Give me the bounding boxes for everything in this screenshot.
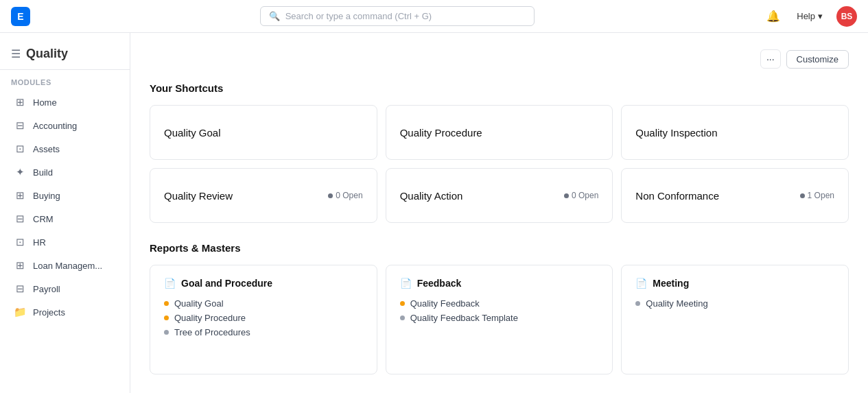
report-card-header: 📄 Goal and Procedure xyxy=(164,278,363,289)
projects-icon: 📁 xyxy=(14,306,26,318)
sidebar-item-label: Accounting xyxy=(33,121,77,131)
sidebar-item-accounting[interactable]: ⊟ Accounting xyxy=(3,114,127,137)
sidebar-item-label: Projects xyxy=(33,307,65,318)
shortcut-card-title: Quality Inspection xyxy=(635,127,717,139)
menu-icon[interactable]: ☰ xyxy=(11,47,21,60)
sidebar-item-projects[interactable]: 📁 Projects xyxy=(3,300,127,324)
report-card-header: 📄 Feedback xyxy=(400,278,599,289)
reports-title: Reports & Masters xyxy=(150,242,849,254)
shortcut-card-title: Quality Procedure xyxy=(400,127,482,139)
list-item-label: Quality Meeting xyxy=(646,298,707,309)
sidebar-item-crm[interactable]: ⊟ CRM xyxy=(3,207,127,230)
shortcut-card-title: Quality Action xyxy=(400,190,463,202)
customize-button[interactable]: Customize xyxy=(786,50,849,69)
shortcut-card-quality-inspection[interactable]: Quality Inspection xyxy=(621,105,849,160)
search-bar[interactable]: 🔍 Search or type a command (Ctrl + G) xyxy=(260,6,535,26)
sidebar-item-assets[interactable]: ⊡ Assets xyxy=(3,137,127,160)
report-doc-icon: 📄 xyxy=(400,278,412,289)
notification-icon[interactable]: 🔔 xyxy=(764,7,783,26)
sidebar-item-label: Assets xyxy=(33,144,60,154)
list-item[interactable]: Quality Feedback Template xyxy=(400,313,599,323)
accounting-icon: ⊟ xyxy=(14,119,26,132)
crm-icon: ⊟ xyxy=(14,213,26,225)
open-badge: 0 Open xyxy=(328,191,362,200)
sidebar-item-label: Buying xyxy=(33,191,60,201)
open-dot xyxy=(564,193,569,198)
help-button[interactable]: Help ▾ xyxy=(791,8,828,24)
hr-icon: ⊡ xyxy=(14,236,26,248)
open-count: 0 Open xyxy=(572,191,598,200)
list-item[interactable]: Quality Feedback xyxy=(400,298,599,309)
shortcut-card-title: Non Conformance xyxy=(635,190,719,202)
shortcut-card-quality-goal[interactable]: Quality Goal xyxy=(150,105,377,160)
sidebar-item-buying[interactable]: ⊞ Buying xyxy=(3,184,127,207)
sidebar-item-label: CRM xyxy=(33,214,54,224)
bullet-icon xyxy=(164,315,169,320)
home-icon: ⊞ xyxy=(14,96,26,108)
topbar-right-actions: ··· Customize xyxy=(760,49,849,69)
more-button[interactable]: ··· xyxy=(760,49,781,69)
search-icon: 🔍 xyxy=(269,11,280,21)
report-card-meeting: 📄 Meeting Quality Meeting xyxy=(621,265,849,374)
open-count: 1 Open xyxy=(808,191,834,200)
sidebar-item-payroll[interactable]: ⊟ Payroll xyxy=(3,277,127,300)
page-header: ··· Customize xyxy=(150,49,849,69)
sidebar-item-loan[interactable]: ⊞ Loan Managem... xyxy=(3,254,127,277)
report-doc-icon: 📄 xyxy=(635,278,647,289)
sidebar-header: ☰ Quality xyxy=(0,44,130,70)
shortcut-card-quality-review[interactable]: Quality Review 0 Open xyxy=(150,168,377,223)
build-icon: ✦ xyxy=(14,166,26,178)
sidebar-item-label: HR xyxy=(33,237,46,248)
open-badge: 1 Open xyxy=(800,191,834,200)
sidebar-item-label: Build xyxy=(33,167,53,178)
shortcuts-title: Your Shortcuts xyxy=(150,82,849,94)
report-list: Quality Goal Quality Procedure Tree of P… xyxy=(164,298,363,337)
shortcuts-grid: Quality Goal Quality Procedure Quality I… xyxy=(150,105,849,223)
report-card-section-title: Feedback xyxy=(417,278,462,289)
list-item-label: Quality Feedback xyxy=(410,298,480,309)
report-list: Quality Feedback Quality Feedback Templa… xyxy=(400,298,599,323)
shortcuts-section: Your Shortcuts Quality Goal Quality Proc… xyxy=(150,82,849,223)
modules-label: MODULES xyxy=(0,75,130,91)
reports-section: Reports & Masters 📄 Goal and Procedure Q… xyxy=(150,242,849,374)
report-doc-icon: 📄 xyxy=(164,278,176,289)
reports-grid: 📄 Goal and Procedure Quality Goal Qualit… xyxy=(150,265,849,374)
open-badge: 0 Open xyxy=(564,191,598,200)
bullet-icon xyxy=(400,315,405,320)
sidebar: ☰ Quality MODULES ⊞ Home ⊟ Accounting ⊡ … xyxy=(0,33,130,393)
nav-left: E xyxy=(11,7,30,26)
bullet-icon xyxy=(635,301,640,306)
list-item[interactable]: Quality Procedure xyxy=(164,313,363,323)
sidebar-title: Quality xyxy=(26,47,68,61)
shortcut-card-non-conformance[interactable]: Non Conformance 1 Open xyxy=(621,168,849,223)
assets-icon: ⊡ xyxy=(14,143,26,155)
loan-icon: ⊞ xyxy=(14,259,26,272)
report-card-feedback: 📄 Feedback Quality Feedback Quality Feed… xyxy=(386,265,613,374)
list-item[interactable]: Quality Meeting xyxy=(635,298,834,309)
sidebar-item-hr[interactable]: ⊡ HR xyxy=(3,230,127,254)
sidebar-item-home[interactable]: ⊞ Home xyxy=(3,91,127,114)
search-placeholder-text: Search or type a command (Ctrl + G) xyxy=(285,11,432,21)
list-item-label: Quality Goal xyxy=(174,298,224,309)
list-item-label: Quality Procedure xyxy=(174,313,246,323)
open-dot xyxy=(328,193,333,198)
main-layout: ☰ Quality MODULES ⊞ Home ⊟ Accounting ⊡ … xyxy=(0,33,868,393)
sidebar-item-label: Payroll xyxy=(33,284,60,294)
shortcut-card-title: Quality Goal xyxy=(164,127,221,139)
shortcut-card-quality-action[interactable]: Quality Action 0 Open xyxy=(386,168,613,223)
shortcut-card-quality-procedure[interactable]: Quality Procedure xyxy=(386,105,613,160)
list-item-label: Quality Feedback Template xyxy=(410,313,518,323)
app-icon[interactable]: E xyxy=(11,7,30,26)
list-item-label: Tree of Procedures xyxy=(174,327,250,337)
bullet-icon xyxy=(164,330,169,335)
sidebar-item-build[interactable]: ✦ Build xyxy=(3,160,127,184)
list-item[interactable]: Quality Goal xyxy=(164,298,363,309)
shortcut-card-title: Quality Review xyxy=(164,190,233,202)
list-item[interactable]: Tree of Procedures xyxy=(164,327,363,337)
avatar[interactable]: BS xyxy=(836,6,857,27)
buying-icon: ⊞ xyxy=(14,189,26,202)
sidebar-item-label: Loan Managem... xyxy=(33,261,102,271)
payroll-icon: ⊟ xyxy=(14,283,26,295)
nav-center: 🔍 Search or type a command (Ctrl + G) xyxy=(260,6,535,26)
report-card-header: 📄 Meeting xyxy=(635,278,834,289)
